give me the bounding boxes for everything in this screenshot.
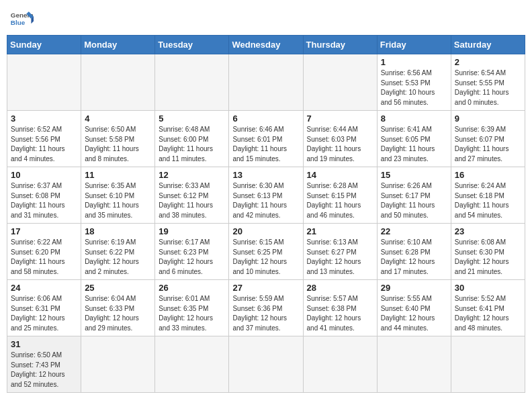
day-info: Sunrise: 5:59 AM Sunset: 6:36 PM Dayligh… xyxy=(232,294,299,333)
calendar-cell: 22Sunrise: 6:10 AM Sunset: 6:28 PM Dayli… xyxy=(377,224,451,280)
calendar-cell: 30Sunrise: 5:52 AM Sunset: 6:41 PM Dayli… xyxy=(451,280,525,336)
day-number: 18 xyxy=(85,226,151,236)
calendar-cell: 27Sunrise: 5:59 AM Sunset: 6:36 PM Dayli… xyxy=(229,280,303,336)
day-number: 5 xyxy=(159,113,225,124)
day-number: 21 xyxy=(307,226,373,236)
day-number: 8 xyxy=(381,113,447,124)
calendar-cell: 13Sunrise: 6:30 AM Sunset: 6:13 PM Dayli… xyxy=(229,167,303,224)
day-info: Sunrise: 6:28 AM Sunset: 6:15 PM Dayligh… xyxy=(307,181,373,220)
calendar-cell: 17Sunrise: 6:22 AM Sunset: 6:20 PM Dayli… xyxy=(7,224,81,280)
header-day-sunday: Sunday xyxy=(7,36,81,54)
calendar-cell: 23Sunrise: 6:08 AM Sunset: 6:30 PM Dayli… xyxy=(451,224,525,280)
day-number: 29 xyxy=(381,283,447,293)
day-number: 25 xyxy=(85,283,151,293)
day-number: 19 xyxy=(159,226,225,236)
header-day-wednesday: Wednesday xyxy=(229,36,303,54)
day-info: Sunrise: 6:46 AM Sunset: 6:01 PM Dayligh… xyxy=(232,125,299,164)
day-info: Sunrise: 6:10 AM Sunset: 6:28 PM Dayligh… xyxy=(381,238,447,277)
calendar-cell: 9Sunrise: 6:39 AM Sunset: 6:07 PM Daylig… xyxy=(451,111,525,167)
day-number: 12 xyxy=(159,170,225,180)
calendar-cell xyxy=(303,54,377,111)
day-info: Sunrise: 6:52 AM Sunset: 5:56 PM Dayligh… xyxy=(11,125,77,164)
calendar-week-4: 17Sunrise: 6:22 AM Sunset: 6:20 PM Dayli… xyxy=(7,224,525,280)
calendar-cell: 19Sunrise: 6:17 AM Sunset: 6:23 PM Dayli… xyxy=(155,224,229,280)
day-info: Sunrise: 6:08 AM Sunset: 6:30 PM Dayligh… xyxy=(455,238,521,277)
day-info: Sunrise: 6:56 AM Sunset: 5:53 PM Dayligh… xyxy=(381,68,447,107)
day-info: Sunrise: 6:01 AM Sunset: 6:35 PM Dayligh… xyxy=(159,294,225,333)
calendar-cell: 15Sunrise: 6:26 AM Sunset: 6:17 PM Dayli… xyxy=(377,167,451,224)
calendar-cell: 11Sunrise: 6:35 AM Sunset: 6:10 PM Dayli… xyxy=(81,167,155,224)
calendar-cell: 4Sunrise: 6:50 AM Sunset: 5:58 PM Daylig… xyxy=(81,111,155,167)
day-number: 14 xyxy=(307,170,373,180)
day-info: Sunrise: 5:57 AM Sunset: 6:38 PM Dayligh… xyxy=(307,294,373,333)
calendar-cell xyxy=(303,336,377,393)
calendar-cell: 31Sunrise: 6:50 AM Sunset: 7:43 PM Dayli… xyxy=(7,336,81,393)
calendar-cell: 16Sunrise: 6:24 AM Sunset: 6:18 PM Dayli… xyxy=(451,167,525,224)
calendar-cell: 7Sunrise: 6:44 AM Sunset: 6:03 PM Daylig… xyxy=(303,111,377,167)
day-info: Sunrise: 6:24 AM Sunset: 6:18 PM Dayligh… xyxy=(455,181,521,220)
day-number: 24 xyxy=(11,283,77,293)
day-number: 3 xyxy=(11,113,77,124)
day-number: 27 xyxy=(232,283,299,293)
calendar-cell xyxy=(155,336,229,393)
calendar-cell: 18Sunrise: 6:19 AM Sunset: 6:22 PM Dayli… xyxy=(81,224,155,280)
day-info: Sunrise: 6:50 AM Sunset: 7:43 PM Dayligh… xyxy=(11,351,77,390)
calendar-cell: 8Sunrise: 6:41 AM Sunset: 6:05 PM Daylig… xyxy=(377,111,451,167)
day-info: Sunrise: 6:13 AM Sunset: 6:27 PM Dayligh… xyxy=(307,238,373,277)
calendar-cell: 10Sunrise: 6:37 AM Sunset: 6:08 PM Dayli… xyxy=(7,167,81,224)
day-info: Sunrise: 6:37 AM Sunset: 6:08 PM Dayligh… xyxy=(11,181,77,220)
day-info: Sunrise: 6:19 AM Sunset: 6:22 PM Dayligh… xyxy=(85,238,151,277)
day-info: Sunrise: 6:41 AM Sunset: 6:05 PM Dayligh… xyxy=(381,125,447,164)
calendar-week-1: 1Sunrise: 6:56 AM Sunset: 5:53 PM Daylig… xyxy=(7,54,525,111)
day-number: 20 xyxy=(232,226,299,236)
day-info: Sunrise: 5:52 AM Sunset: 6:41 PM Dayligh… xyxy=(455,294,521,333)
calendar-cell: 20Sunrise: 6:15 AM Sunset: 6:25 PM Dayli… xyxy=(229,224,303,280)
svg-text:Blue: Blue xyxy=(11,19,26,26)
calendar-cell: 2Sunrise: 6:54 AM Sunset: 5:55 PM Daylig… xyxy=(451,54,525,111)
day-number: 15 xyxy=(381,170,447,180)
day-number: 7 xyxy=(307,113,373,124)
header-day-tuesday: Tuesday xyxy=(155,36,229,54)
calendar-cell: 3Sunrise: 6:52 AM Sunset: 5:56 PM Daylig… xyxy=(7,111,81,167)
calendar-week-3: 10Sunrise: 6:37 AM Sunset: 6:08 PM Dayli… xyxy=(7,167,525,224)
header-day-monday: Monday xyxy=(81,36,155,54)
day-number: 28 xyxy=(307,283,373,293)
calendar-cell xyxy=(155,54,229,111)
calendar-cell xyxy=(81,54,155,111)
day-number: 31 xyxy=(11,339,77,349)
day-number: 13 xyxy=(232,170,299,180)
day-info: Sunrise: 6:33 AM Sunset: 6:12 PM Dayligh… xyxy=(159,181,225,220)
calendar-week-5: 24Sunrise: 6:06 AM Sunset: 6:31 PM Dayli… xyxy=(7,280,525,336)
day-info: Sunrise: 6:04 AM Sunset: 6:33 PM Dayligh… xyxy=(85,294,151,333)
calendar-cell xyxy=(229,54,303,111)
calendar-cell: 26Sunrise: 6:01 AM Sunset: 6:35 PM Dayli… xyxy=(155,280,229,336)
day-info: Sunrise: 6:50 AM Sunset: 5:58 PM Dayligh… xyxy=(85,125,151,164)
calendar-week-6: 31Sunrise: 6:50 AM Sunset: 7:43 PM Dayli… xyxy=(7,336,525,393)
day-info: Sunrise: 6:26 AM Sunset: 6:17 PM Dayligh… xyxy=(381,181,447,220)
day-number: 6 xyxy=(232,113,299,124)
day-info: Sunrise: 6:30 AM Sunset: 6:13 PM Dayligh… xyxy=(232,181,299,220)
day-info: Sunrise: 6:35 AM Sunset: 6:10 PM Dayligh… xyxy=(85,181,151,220)
calendar-cell xyxy=(377,336,451,393)
calendar-cell xyxy=(7,54,81,111)
calendar-cell xyxy=(81,336,155,393)
day-number: 23 xyxy=(455,226,521,236)
calendar-week-2: 3Sunrise: 6:52 AM Sunset: 5:56 PM Daylig… xyxy=(7,111,525,167)
calendar-cell xyxy=(229,336,303,393)
calendar-cell: 28Sunrise: 5:57 AM Sunset: 6:38 PM Dayli… xyxy=(303,280,377,336)
day-number: 26 xyxy=(159,283,225,293)
day-number: 4 xyxy=(85,113,151,124)
day-number: 2 xyxy=(455,57,521,67)
calendar-header-row: SundayMondayTuesdayWednesdayThursdayFrid… xyxy=(7,36,525,54)
day-info: Sunrise: 5:55 AM Sunset: 6:40 PM Dayligh… xyxy=(381,294,447,333)
day-number: 1 xyxy=(381,57,447,67)
calendar-cell: 29Sunrise: 5:55 AM Sunset: 6:40 PM Dayli… xyxy=(377,280,451,336)
day-number: 10 xyxy=(11,170,77,180)
day-number: 11 xyxy=(85,170,151,180)
day-info: Sunrise: 6:44 AM Sunset: 6:03 PM Dayligh… xyxy=(307,125,373,164)
day-info: Sunrise: 6:22 AM Sunset: 6:20 PM Dayligh… xyxy=(11,238,77,277)
calendar-cell xyxy=(451,336,525,393)
header-day-friday: Friday xyxy=(377,36,451,54)
header-day-thursday: Thursday xyxy=(303,36,377,54)
calendar-cell: 21Sunrise: 6:13 AM Sunset: 6:27 PM Dayli… xyxy=(303,224,377,280)
